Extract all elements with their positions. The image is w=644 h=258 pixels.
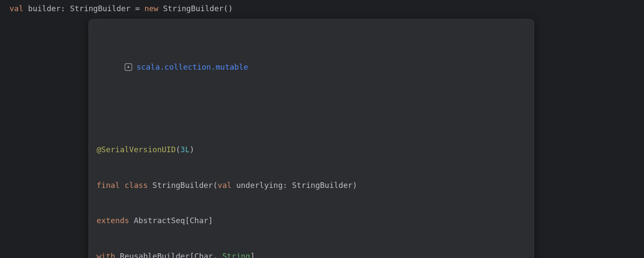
- type-annotation: StringBuilder: [70, 4, 131, 13]
- package-icon: [125, 63, 132, 71]
- extends-type: AbstractSeq[Char]: [134, 216, 213, 225]
- keyword-final: final: [97, 181, 120, 190]
- keyword-new: new: [144, 4, 158, 13]
- keyword-class: class: [125, 181, 148, 190]
- package-link[interactable]: scala.collection.mutable: [137, 62, 248, 71]
- signature-section: scala.collection.mutable @SerialVersionU…: [89, 19, 534, 258]
- identifier: builder: [28, 4, 61, 13]
- with-type: ReusableBuilder[Char, String]: [120, 252, 255, 258]
- paren-close: ): [190, 145, 194, 154]
- class-name: StringBuilder: [152, 181, 213, 190]
- param-type: StringBuilder: [292, 181, 352, 190]
- annotation-name: @SerialVersionUID: [97, 145, 176, 154]
- annotation-literal: 3L: [180, 145, 190, 154]
- keyword-val-param: val: [218, 181, 232, 190]
- svg-point-1: [128, 66, 129, 68]
- quick-doc-popup: scala.collection.mutable @SerialVersionU…: [88, 19, 534, 258]
- constructor-call: StringBuilder(): [163, 4, 233, 13]
- param-name: underlying: [236, 181, 283, 190]
- keyword-val: val: [9, 4, 24, 13]
- code-editor[interactable]: val builder: StringBuilder = new StringB…: [0, 0, 644, 17]
- keyword-extends: extends: [97, 216, 129, 225]
- colon: :: [61, 4, 65, 13]
- keyword-with: with: [97, 252, 115, 258]
- paren-open: (: [176, 145, 180, 154]
- equals: =: [135, 4, 140, 13]
